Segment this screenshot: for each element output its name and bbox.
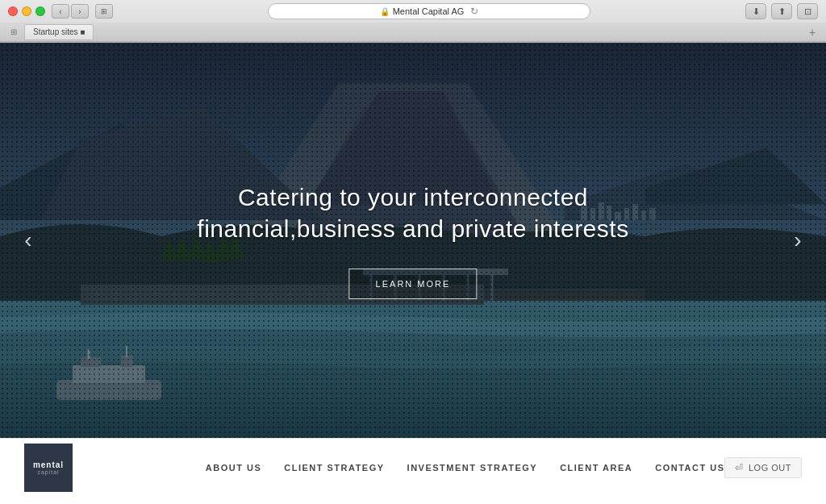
footer-nav-contact-us[interactable]: CONTACT US (655, 463, 724, 473)
learn-more-button[interactable]: LEARN MORE (349, 269, 478, 299)
url-bar[interactable]: 🔒 Mental Capital AG ↻ (268, 3, 590, 19)
refresh-icon[interactable]: ↻ (470, 6, 478, 17)
minimize-button[interactable] (22, 6, 31, 16)
svg-rect-14 (632, 204, 638, 220)
footer-nav-investment-strategy[interactable]: INVESTMENT STRATEGY (407, 463, 538, 473)
footer-nav-about-us[interactable]: ABOUT US (206, 463, 261, 473)
tabs-bar: ⊞ Startup sites ■ + (0, 23, 826, 42)
footer-nav: ABOUT US CLIENT STRATEGY INVESTMENT STRA… (206, 463, 725, 473)
maximize-button[interactable] (35, 6, 45, 16)
carousel-next-button[interactable]: › (782, 224, 814, 256)
footer-nav-client-strategy[interactable]: CLIENT STRATEGY (284, 463, 384, 473)
add-tab-button[interactable]: + (805, 25, 820, 40)
new-tab-button[interactable]: ⊡ (797, 3, 818, 19)
logout-button[interactable]: ⏎ LOG OUT (724, 457, 802, 478)
grid-icon[interactable]: ⊞ (6, 25, 21, 40)
browser-chrome: ‹ › ⊞ 🔒 Mental Capital AG ↻ ⬇ ⬆ ⊡ ⊞ Star… (0, 0, 826, 43)
svg-rect-15 (641, 210, 646, 220)
svg-rect-16 (649, 208, 656, 220)
svg-rect-28 (73, 365, 145, 383)
active-tab[interactable]: Startup sites ■ (24, 24, 94, 40)
hero-content: Catering to your interconnected financia… (197, 181, 628, 299)
browser-actions: ⬇ ⬆ ⊡ (745, 3, 818, 19)
svg-rect-29 (81, 357, 101, 367)
svg-rect-30 (121, 356, 133, 367)
share-button[interactable]: ⬆ (771, 3, 792, 19)
url-bar-container: 🔒 Mental Capital AG ↻ (119, 3, 739, 19)
traffic-lights (8, 6, 45, 16)
title-bar: ‹ › ⊞ 🔒 Mental Capital AG ↻ ⬇ ⬆ ⊡ (0, 0, 826, 23)
logout-label: LOG OUT (749, 463, 791, 473)
close-button[interactable] (8, 6, 18, 16)
footer: mental capital ABOUT US CLIENT STRATEGY … (0, 438, 826, 497)
back-button[interactable]: ‹ (52, 4, 69, 19)
hero-title: Catering to your interconnected financia… (197, 181, 628, 244)
logo-text-capital: capital (37, 469, 59, 475)
download-button[interactable]: ⬇ (745, 3, 766, 19)
hero-section: ‹ › Catering to your interconnected fina… (0, 43, 826, 438)
sidebar-toggle[interactable]: ⊞ (95, 4, 113, 19)
hero-title-line1: Catering to your interconnected (238, 184, 588, 210)
forward-button[interactable]: › (71, 4, 89, 19)
logout-icon: ⏎ (735, 462, 744, 473)
lock-icon: 🔒 (380, 7, 390, 16)
footer-nav-client-area[interactable]: CLIENT AREA (560, 463, 632, 473)
carousel-prev-button[interactable]: ‹ (12, 224, 44, 256)
nav-buttons: ‹ › (52, 4, 89, 19)
logo-text-mental: mental (33, 460, 64, 469)
footer-logo: mental capital (24, 444, 73, 492)
hero-title-line2: financial,business and private interests (197, 215, 628, 242)
tab-label: Startup sites ■ (33, 27, 85, 36)
url-text: Mental Capital AG (393, 6, 465, 16)
